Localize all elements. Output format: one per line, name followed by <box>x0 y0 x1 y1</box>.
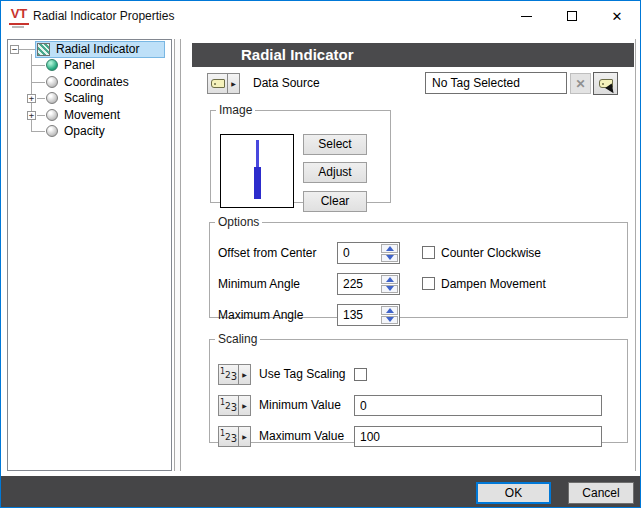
cancel-button[interactable]: Cancel <box>568 482 634 504</box>
dampen-movement-checkbox[interactable] <box>422 277 435 290</box>
led-gray-icon <box>46 76 58 88</box>
tree-item-label: Radial Indicator <box>56 41 139 57</box>
use-tag-scaling-checkbox[interactable] <box>354 368 367 381</box>
tree-item-label: Opacity <box>64 123 105 139</box>
tree-item-scaling[interactable]: + Scaling <box>8 90 169 107</box>
data-source-input[interactable] <box>425 72 567 94</box>
data-source-tag-menu-button[interactable]: ▶ <box>207 73 240 94</box>
tree-expand-toggle[interactable]: + <box>27 111 36 120</box>
tree-item-opacity[interactable]: Opacity <box>8 123 169 140</box>
dropdown-arrow-icon[interactable]: ▶ <box>239 427 250 446</box>
clear-tag-button[interactable]: ✕ <box>570 73 591 94</box>
image-group-legend: Image <box>216 103 255 117</box>
app-logo: VT <box>9 6 29 25</box>
options-group-legend: Options <box>215 215 262 229</box>
spin-up-icon <box>386 308 394 313</box>
image-preview <box>220 134 294 208</box>
spin-down-button[interactable] <box>381 285 398 294</box>
cursor-arrow-icon <box>605 84 617 96</box>
numeric-123-icon: 123 <box>219 365 239 384</box>
use-tag-scaling-label: Use Tag Scaling <box>259 364 346 385</box>
spin-down-button[interactable] <box>381 316 398 325</box>
scaling-group: Scaling 123 ▶ Use Tag Scaling 123 ▶ Mini… <box>209 332 628 443</box>
counter-clockwise-checkbox[interactable] <box>422 246 435 259</box>
options-group: Options Offset from Center Counter Clock… <box>209 215 628 318</box>
spin-down-icon <box>386 317 394 322</box>
spin-up-icon <box>386 246 394 251</box>
minimum-value-expression-button[interactable]: 123 ▶ <box>218 395 251 416</box>
tree-collapse-toggle[interactable]: − <box>10 45 19 54</box>
use-tag-scaling-expression-button[interactable]: 123 ▶ <box>218 364 251 385</box>
select-tag-button[interactable] <box>593 72 618 95</box>
tree-item-label: Scaling <box>64 90 103 106</box>
minimum-angle-label: Minimum Angle <box>218 273 300 295</box>
adjust-image-button[interactable]: Adjust <box>303 162 367 183</box>
panel-splitter[interactable] <box>174 39 181 471</box>
tree-item-label: Movement <box>64 107 120 123</box>
minimum-angle-spinner <box>337 273 400 295</box>
numeric-123-icon: 123 <box>219 396 239 415</box>
ok-button[interactable]: OK <box>476 482 551 504</box>
spin-down-icon <box>386 255 394 260</box>
dropdown-arrow-icon[interactable]: ▶ <box>228 74 239 93</box>
spin-up-button[interactable] <box>381 306 398 315</box>
tree-item-label: Panel <box>64 57 95 73</box>
maximum-angle-spinner <box>337 304 400 326</box>
led-gray-icon <box>46 92 58 104</box>
footer-bar: OK Cancel <box>1 476 640 508</box>
property-tree: − Radial Indicator Panel Coordinates + S… <box>7 39 172 471</box>
led-green-icon <box>46 59 58 71</box>
offset-from-center-input[interactable] <box>338 243 380 263</box>
tree-expand-toggle[interactable]: + <box>27 94 36 103</box>
titlebar[interactable]: VT Radial Indicator Properties ✕ <box>1 1 640 31</box>
dropdown-arrow-icon[interactable]: ▶ <box>239 396 250 415</box>
select-image-button[interactable]: Select <box>303 134 367 155</box>
minimum-value-label: Minimum Value <box>259 395 341 416</box>
dropdown-arrow-icon[interactable]: ▶ <box>239 365 250 384</box>
maximum-value-label: Maximum Value <box>259 426 344 447</box>
tree-item-movement[interactable]: + Movement <box>8 107 169 124</box>
maximize-icon <box>567 11 577 21</box>
tree-item-coordinates[interactable]: Coordinates <box>8 74 169 91</box>
needle-image-bottom <box>254 167 261 199</box>
spin-up-button[interactable] <box>381 244 398 253</box>
spin-up-button[interactable] <box>381 275 398 284</box>
maximum-value-input[interactable] <box>354 426 602 447</box>
counter-clockwise-label: Counter Clockwise <box>441 242 541 264</box>
spin-down-icon <box>386 286 394 291</box>
maximum-angle-input[interactable] <box>338 305 380 325</box>
panel-header: Radial Indicator <box>192 43 634 67</box>
dialog-window: VT Radial Indicator Properties ✕ − Radia <box>0 0 641 508</box>
radial-indicator-icon <box>37 43 50 56</box>
data-source-label: Data Source <box>253 73 320 94</box>
led-gray-icon <box>46 109 58 121</box>
spin-down-button[interactable] <box>381 254 398 263</box>
numeric-123-icon: 123 <box>219 427 239 446</box>
clear-image-button[interactable]: Clear <box>303 191 367 212</box>
minimize-button[interactable] <box>504 1 549 31</box>
tree-item-label: Coordinates <box>64 74 129 90</box>
tag-icon <box>208 74 228 93</box>
spin-up-icon <box>386 277 394 282</box>
maximum-angle-label: Maximum Angle <box>218 304 303 326</box>
close-button[interactable]: ✕ <box>594 1 640 31</box>
window-title: Radial Indicator Properties <box>33 1 174 31</box>
clear-x-icon: ✕ <box>575 77 585 91</box>
minimize-icon <box>521 16 532 17</box>
maximum-value-expression-button[interactable]: 123 ▶ <box>218 426 251 447</box>
led-gray-icon <box>46 125 58 137</box>
offset-from-center-spinner <box>337 242 400 264</box>
offset-from-center-label: Offset from Center <box>218 242 316 264</box>
dampen-movement-label: Dampen Movement <box>441 273 546 295</box>
image-group: Image Select Adjust Clear <box>210 103 391 203</box>
minimum-angle-input[interactable] <box>338 274 380 294</box>
scaling-group-legend: Scaling <box>215 332 260 346</box>
maximize-button[interactable] <box>549 1 594 31</box>
close-icon: ✕ <box>612 10 623 23</box>
tree-item-radial-indicator[interactable]: − Radial Indicator <box>8 41 169 58</box>
tree-item-panel[interactable]: Panel <box>8 57 169 74</box>
minimum-value-input[interactable] <box>354 395 602 416</box>
